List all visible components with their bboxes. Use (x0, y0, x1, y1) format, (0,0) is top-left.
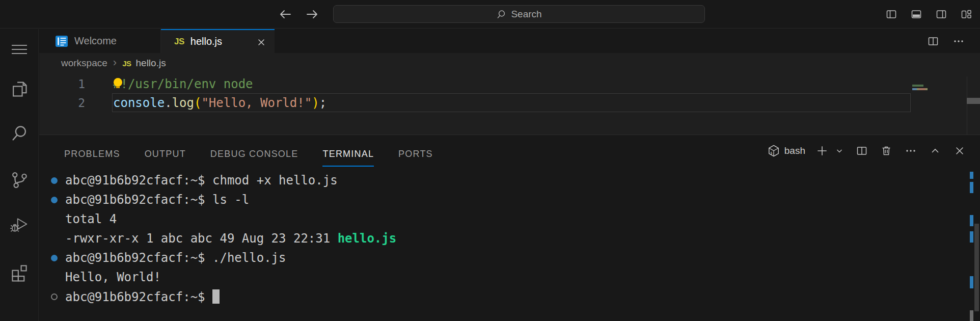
toggle-secondary-sidebar-button[interactable] (936, 9, 947, 20)
plus-icon (815, 144, 829, 157)
extensions-icon (9, 262, 30, 283)
code-token: ; (319, 96, 326, 110)
split-editor-icon (927, 35, 939, 47)
sidebar-item-search[interactable] (7, 122, 32, 145)
terminal-line: -rwxr-xr-x 1 abc abc 49 Aug 23 22:31 hel… (39, 229, 960, 248)
code-token: #!/usr/bin/env node (113, 77, 253, 91)
terminal-gutter (48, 197, 65, 203)
code-token: log (172, 96, 194, 110)
title-bar: Search (0, 0, 980, 29)
maximize-panel-button[interactable] (929, 145, 941, 157)
terminal-segment: Hello, World! (65, 270, 161, 284)
close-icon (954, 145, 966, 157)
kill-terminal-button[interactable] (880, 145, 892, 157)
terminal-text: abc@91b6b92cfacf:~$ (65, 289, 220, 304)
welcome-page-icon (55, 35, 68, 48)
command-center-search[interactable]: Search (333, 5, 705, 23)
terminal-scrollbar-thumb[interactable] (974, 224, 979, 311)
tab-welcome[interactable]: Welcome (39, 29, 161, 53)
terminal-text: total 4 (65, 212, 117, 226)
close-panel-button[interactable] (954, 145, 966, 157)
customize-layout-button[interactable] (961, 9, 972, 20)
arrow-right-icon (307, 11, 317, 18)
command-decoration-success[interactable] (51, 197, 58, 203)
panel-tab-ports[interactable]: PORTS (398, 144, 433, 167)
trash-icon (880, 145, 892, 157)
bottom-panel: PROBLEMSOUTPUTDEBUG CONSOLETERMINALPORTS… (39, 135, 980, 321)
code-line[interactable]: 2console.log("Hello, World!"); (39, 93, 980, 112)
code-token: . (165, 96, 172, 110)
close-icon (256, 37, 266, 47)
sidebar-item-explorer[interactable] (7, 78, 32, 100)
command-decoration-success[interactable] (51, 255, 58, 261)
split-editor-button[interactable] (927, 35, 939, 47)
terminal-line: total 4 (39, 209, 960, 229)
overview-ruler-mark (970, 276, 973, 288)
terminal-line: abc@91b6b92cfacf:~$ ./hello.js (39, 248, 960, 268)
code-editor[interactable]: 1#!/usr/bin/env node2console.log("Hello,… (39, 73, 980, 135)
panel-header: PROBLEMSOUTPUTDEBUG CONSOLETERMINALPORTS… (39, 135, 980, 167)
terminal-segment: abc@91b6b92cfacf:~$ (65, 290, 212, 304)
sidebar-item-extensions[interactable] (7, 261, 32, 284)
application-menu-button[interactable] (7, 38, 32, 61)
panel-tab-problems[interactable]: PROBLEMS (64, 144, 120, 167)
close-tab-button[interactable] (256, 37, 266, 47)
editor-group: Welcome JS hello.js workspace › JS hello… (39, 29, 980, 135)
terminal-gutter (48, 177, 65, 184)
terminal-shell-label[interactable]: bash (784, 145, 805, 156)
tab-hello-js[interactable]: JS hello.js (161, 29, 275, 53)
code-token: console (113, 96, 165, 110)
panel-tab-debug-console[interactable]: DEBUG CONSOLE (210, 144, 298, 167)
chevron-down-icon (835, 147, 843, 155)
breadcrumb: workspace › JS hello.js (39, 53, 980, 73)
overview-ruler-mark (970, 215, 973, 226)
breadcrumb-file[interactable]: hello.js (136, 58, 166, 69)
files-icon (10, 79, 29, 99)
ellipsis-icon (905, 145, 917, 157)
tab-label: Welcome (74, 35, 117, 47)
panel-tab-terminal[interactable]: TERMINAL (322, 144, 374, 167)
menu-icon (11, 43, 28, 56)
line-number: 2 (39, 96, 85, 110)
panel-tab-output[interactable]: OUTPUT (145, 144, 186, 167)
overview-ruler-mark (970, 182, 973, 193)
activity-bar (0, 29, 39, 321)
run-and-debug-icon (9, 215, 30, 235)
navigate-back-button[interactable] (278, 7, 293, 21)
terminal-segment: abc@91b6b92cfacf:~$ chmod +x hello.js (65, 173, 338, 188)
navigate-forward-button[interactable] (305, 7, 320, 21)
svg-text:$.: $. (770, 151, 774, 155)
terminal-line: abc@91b6b92cfacf:~$ chmod +x hello.js (39, 171, 960, 190)
layout-panel-icon (911, 9, 922, 20)
terminal-profile-dropdown[interactable] (835, 147, 843, 155)
code-token: ) (312, 96, 319, 110)
panel-more-actions-button[interactable] (905, 145, 917, 157)
terminal-segment: -rwxr-xr-x 1 abc abc 49 Aug 23 22:31 (65, 231, 338, 246)
split-terminal-icon (856, 145, 868, 157)
sidebar-item-run-debug[interactable] (7, 213, 32, 236)
toggle-panel-button[interactable] (911, 9, 922, 20)
source-control-icon (10, 170, 29, 190)
toggle-primary-sidebar-button[interactable] (886, 9, 897, 20)
terminal-view[interactable]: abc@91b6b92cfacf:~$ chmod +x hello.jsabc… (39, 171, 960, 306)
code-content: console.log("Hello, World!"); (113, 96, 326, 110)
panel-tab-bar: PROBLEMSOUTPUTDEBUG CONSOLETERMINALPORTS (64, 135, 433, 167)
lightbulb-icon[interactable] (114, 78, 122, 87)
chevron-up-icon (929, 145, 941, 157)
new-terminal-button[interactable] (815, 144, 829, 157)
split-terminal-button[interactable] (856, 145, 868, 157)
terminal-text: -rwxr-xr-x 1 abc abc 49 Aug 23 22:31 hel… (65, 231, 396, 246)
editor-more-actions-button[interactable] (952, 35, 965, 47)
code-line[interactable]: 1#!/usr/bin/env node (39, 74, 980, 93)
terminal-segment: abc@91b6b92cfacf:~$ ./hello.js (65, 251, 286, 265)
terminal-cursor (212, 289, 220, 304)
breadcrumb-folder[interactable]: workspace (61, 58, 107, 69)
chevron-right-icon: › (113, 56, 117, 69)
terminal-text: abc@91b6b92cfacf:~$ chmod +x hello.js (65, 173, 338, 188)
bash-cube-icon: $. (767, 144, 780, 157)
sidebar-item-source-control[interactable] (7, 169, 32, 191)
command-decoration-success[interactable] (51, 177, 58, 184)
search-placeholder: Search (511, 9, 541, 20)
command-decoration-pending[interactable] (51, 293, 58, 300)
customize-layout-icon (961, 9, 972, 20)
